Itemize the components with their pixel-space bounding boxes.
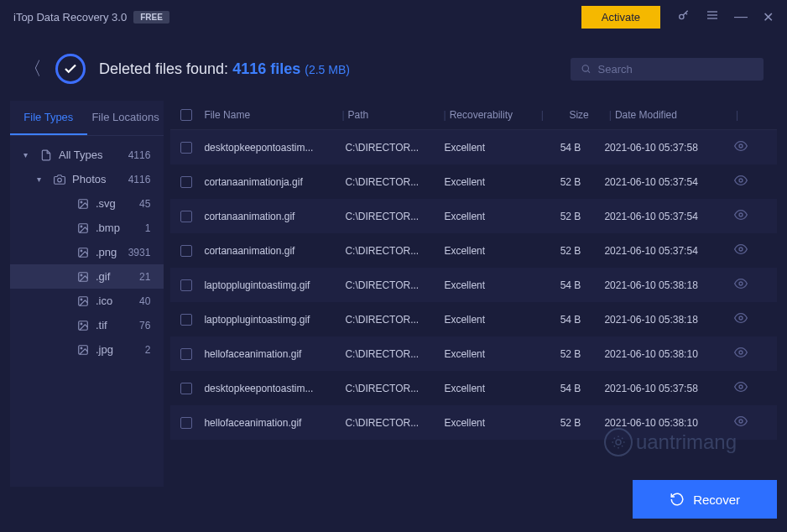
row-checkbox[interactable]	[180, 142, 192, 154]
tree-item[interactable]: .ico40	[10, 289, 164, 313]
table-row[interactable]: hellofaceanimation.gifC:\DIRECTOR...Exce…	[170, 336, 777, 371]
table-row[interactable]: cortanaanimation.gifC:\DIRECTOR...Excell…	[170, 233, 777, 268]
recover-button[interactable]: Recover	[633, 480, 777, 519]
row-checkbox[interactable]	[180, 314, 192, 326]
close-icon[interactable]: ✕	[763, 9, 774, 25]
preview-icon[interactable]	[734, 316, 748, 327]
cell-size: 52 B	[539, 211, 597, 222]
row-checkbox[interactable]	[180, 348, 192, 360]
tree-item[interactable]: ▾All Types4116	[10, 143, 164, 167]
tree-item[interactable]: .svg45	[10, 191, 164, 216]
table-row[interactable]: hellofaceanimation.gifC:\DIRECTOR...Exce…	[170, 405, 777, 440]
cell-filename: desktopkeepontoastim...	[204, 383, 338, 394]
row-checkbox[interactable]	[180, 176, 192, 188]
footer: Recover	[0, 467, 787, 532]
preview-icon[interactable]	[734, 143, 748, 155]
preview-icon[interactable]	[734, 419, 748, 430]
preview-icon[interactable]	[734, 350, 748, 362]
tree-label: .jpg	[96, 343, 145, 356]
cell-recoverability: Excellent	[444, 142, 532, 154]
cell-path: C:\DIRECTOR...	[345, 348, 437, 360]
key-icon[interactable]	[677, 8, 691, 25]
svg-point-21	[739, 144, 743, 148]
row-checkbox[interactable]	[180, 211, 192, 222]
preview-icon[interactable]	[734, 178, 748, 190]
preview-icon[interactable]	[734, 384, 748, 396]
tree-item[interactable]: .gif21	[10, 264, 164, 289]
activate-button[interactable]: Activate	[581, 6, 660, 29]
table-row[interactable]: desktopkeepontoastim...C:\DIRECTOR...Exc…	[170, 371, 777, 405]
cell-date: 2021-06-10 05:38:18	[604, 314, 722, 326]
cell-size: 52 B	[539, 245, 597, 257]
cell-recoverability: Excellent	[444, 314, 532, 326]
cell-path: C:\DIRECTOR...	[345, 211, 437, 222]
cell-filename: laptopplugintoastimg.gif	[204, 279, 338, 291]
cell-path: C:\DIRECTOR...	[345, 314, 437, 326]
tab-file-types[interactable]: File Types	[10, 101, 87, 135]
tree-item[interactable]: ▾Photos4116	[10, 167, 164, 191]
cell-date: 2021-06-10 05:38:10	[604, 348, 722, 360]
table-row[interactable]: cortanaanimationja.gifC:\DIRECTOR...Exce…	[170, 164, 777, 199]
cell-size: 52 B	[539, 348, 597, 360]
col-date[interactable]: Date Modified	[615, 109, 732, 121]
cell-filename: laptopplugintoastimg.gif	[204, 314, 338, 326]
tree-label: .ico	[96, 295, 139, 307]
tree-item[interactable]: .tif76	[10, 313, 164, 337]
preview-icon[interactable]	[734, 247, 748, 258]
free-badge: FREE	[133, 11, 169, 23]
select-all-checkbox[interactable]	[180, 109, 192, 121]
tree-label: .tif	[96, 319, 139, 331]
cell-size: 54 B	[539, 279, 597, 291]
cell-recoverability: Excellent	[444, 383, 532, 394]
table-row[interactable]: desktopkeepontoastim...C:\DIRECTOR...Exc…	[170, 130, 777, 164]
back-button[interactable]: 〈	[23, 56, 42, 81]
col-size[interactable]: Size	[547, 109, 606, 121]
minimize-icon[interactable]: —	[734, 9, 748, 24]
cell-size: 52 B	[539, 417, 597, 429]
menu-icon[interactable]	[706, 8, 719, 25]
check-icon	[55, 54, 86, 84]
row-checkbox[interactable]	[180, 245, 192, 257]
row-checkbox[interactable]	[180, 383, 192, 394]
preview-icon[interactable]	[734, 212, 748, 224]
svg-point-22	[739, 179, 743, 182]
cell-date: 2021-06-10 05:37:58	[604, 383, 722, 394]
preview-icon[interactable]	[734, 281, 748, 293]
file-type-tree: ▾All Types4116▾Photos4116.svg45.bmp1.png…	[10, 136, 164, 368]
cell-size: 54 B	[539, 383, 597, 394]
cell-size: 54 B	[539, 142, 597, 154]
tree-item[interactable]: .png3931	[10, 240, 164, 264]
tree-count: 3931	[128, 247, 151, 258]
table-body: desktopkeepontoastim...C:\DIRECTOR...Exc…	[170, 130, 777, 440]
svg-point-29	[739, 420, 743, 423]
svg-point-4	[582, 65, 588, 71]
table-row[interactable]: laptopplugintoastimg.gifC:\DIRECTOR...Ex…	[170, 302, 777, 336]
row-checkbox[interactable]	[180, 279, 192, 291]
tree-label: All Types	[59, 149, 128, 161]
cell-path: C:\DIRECTOR...	[345, 142, 437, 154]
cell-date: 2021-06-10 05:37:54	[604, 245, 722, 257]
tab-file-locations[interactable]: File Locations	[87, 101, 164, 135]
col-path[interactable]: Path	[348, 109, 440, 121]
col-filename[interactable]: File Name	[204, 109, 338, 121]
search-input[interactable]	[598, 63, 753, 76]
col-recoverability[interactable]: Recoverability	[450, 109, 538, 121]
cell-path: C:\DIRECTOR...	[345, 383, 437, 394]
table-row[interactable]: laptopplugintoastimg.gifC:\DIRECTOR...Ex…	[170, 268, 777, 302]
cell-recoverability: Excellent	[444, 211, 532, 222]
svg-point-10	[81, 226, 82, 227]
cell-path: C:\DIRECTOR...	[345, 417, 437, 429]
svg-line-5	[588, 70, 590, 72]
table-row[interactable]: cortanaanimation.gifC:\DIRECTOR...Excell…	[170, 199, 777, 233]
svg-point-16	[81, 299, 82, 300]
tree-label: .svg	[96, 197, 139, 210]
tree-count: 2	[145, 344, 151, 356]
tree-item[interactable]: .bmp1	[10, 216, 164, 240]
cell-recoverability: Excellent	[444, 245, 532, 257]
tree-item[interactable]: .jpg2	[10, 337, 164, 362]
cell-path: C:\DIRECTOR...	[345, 279, 437, 291]
tree-count: 4116	[128, 174, 151, 185]
titlebar: iTop Data Recovery 3.0 FREE Activate — ✕	[0, 0, 787, 34]
search-box[interactable]	[571, 58, 764, 81]
row-checkbox[interactable]	[180, 417, 192, 429]
